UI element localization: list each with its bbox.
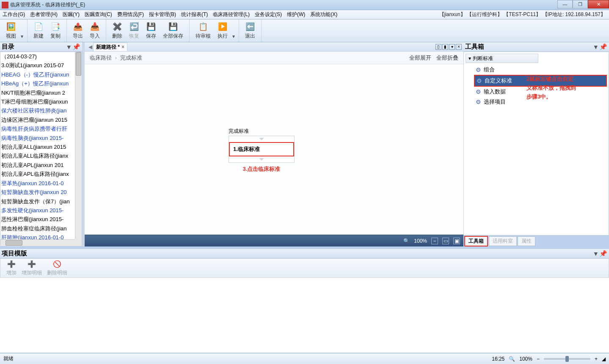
annotation-3: 3.点击临床标准	[229, 165, 295, 173]
template-canvas	[0, 278, 609, 352]
menu-item[interactable]: 报卡管理(B)	[146, 10, 179, 19]
minimize-button[interactable]: —	[557, 0, 573, 8]
tab-department[interactable]: 适用科室	[489, 236, 517, 246]
editor-tab[interactable]: 新建路径 * ×	[93, 43, 127, 51]
import-button[interactable]: 📥 导入	[86, 21, 103, 41]
panel-menu-icon[interactable]: ▾	[594, 250, 598, 257]
app-icon	[2, 2, 8, 8]
toolbox-item-label: 自定义标准	[485, 77, 512, 85]
menu-item[interactable]: 工作台(G)	[0, 10, 28, 19]
view-button[interactable]: 🖼️ 视图	[3, 21, 19, 41]
main-toolbar: 🖼️ 视图 ▾ 📄 新建 📑 复制 📤 导出 📥 导入 ✖️ 删除 ↩️	[0, 19, 609, 42]
collapse-all-link[interactable]: 全部折叠	[436, 55, 458, 61]
maximize-button[interactable]: ❐	[573, 0, 588, 8]
zoom-plus-icon[interactable]: +	[595, 356, 598, 362]
panel-pin-icon[interactable]: 📌	[72, 43, 80, 51]
pending-button[interactable]: 📋 待审核	[192, 21, 214, 41]
menu-item[interactable]: 临床路径管理(L)	[210, 10, 252, 19]
menu-item[interactable]: 系统功能(X)	[308, 10, 340, 19]
zoom-fit-button[interactable]: ▭	[442, 238, 449, 244]
exit-button[interactable]: ⬅️ 退出	[242, 21, 259, 41]
view-dropdown[interactable]: ▾	[19, 19, 25, 42]
gear-icon: ⚙	[476, 88, 481, 95]
menu-item[interactable]: 医嘱(Y)	[60, 10, 82, 19]
vertical-scrollbar[interactable]	[75, 52, 82, 239]
execute-dropdown[interactable]: ▾	[231, 19, 236, 42]
panel-pin-icon[interactable]: 📌	[599, 250, 607, 257]
directory-list-item[interactable]: 3.0测试1(jianxun 2015-07	[0, 61, 75, 70]
breadcrumb-item[interactable]: 完成标准	[120, 55, 142, 61]
editor-canvas[interactable]: 完成标准 1.临床标准 3.点击临床标准	[85, 64, 463, 235]
tab-properties[interactable]: 属性	[518, 236, 535, 246]
toolbox-body: ▾ 判断标准 ⚙组合⚙自定义标准⚙输入数据⚙选择项目 2鼠标左键点击自定 义标准…	[463, 52, 609, 235]
breadcrumb-item[interactable]: 临床路径	[90, 55, 112, 61]
zoom-out-button[interactable]: −	[431, 238, 438, 244]
directory-list-item[interactable]: HBeAg（+）慢乙肝(jianxun	[0, 79, 75, 88]
directory-list-item[interactable]: 短暂脑缺血发作（保7）(jian	[0, 197, 75, 206]
new-button[interactable]: 📄 新建	[30, 21, 47, 41]
toolbox-category[interactable]: ▾ 判断标准	[466, 54, 538, 63]
menu-item[interactable]: 医嘱查询(C)	[82, 10, 115, 19]
directory-list-item[interactable]: 病毒性肝炎病原携带者行肝	[0, 124, 75, 133]
panel-pin-icon[interactable]: 📌	[599, 43, 607, 51]
menu-item[interactable]: 业务设定(S)	[252, 10, 284, 19]
execute-button[interactable]: ▶️ 执行	[214, 21, 231, 41]
directory-list-item[interactable]: T淋巴母细胞淋巴瘤(jianxun	[0, 97, 75, 106]
zoom-slider[interactable]	[544, 358, 590, 360]
directory-list-item[interactable]: 初治儿童ALL临床路径(jianx	[0, 151, 75, 160]
directory-list-item[interactable]: 边缘区淋巴瘤(jianxun 2015	[0, 115, 75, 124]
zoom-search-icon[interactable]: 🔍	[509, 356, 515, 362]
delete-button[interactable]: ✖️ 删除	[109, 21, 126, 41]
directory-list-item[interactable]: HBEAG（-）慢乙肝(jianxun	[0, 70, 75, 79]
directory-list-item[interactable]: NK/T细胞淋巴瘤(jianxun 2	[0, 88, 75, 97]
tab-label: 新建路径 *	[96, 44, 120, 51]
menu-item[interactable]: 费用情况(F)	[115, 10, 146, 19]
menu-item[interactable]: 患者管理(H)	[28, 10, 60, 19]
delete-detail-button: 🚫 删除明细	[44, 260, 70, 276]
copy-icon: 📑	[50, 22, 61, 32]
add-detail-button: ➕ 增加明细	[19, 260, 44, 276]
tab-close-icon[interactable]: ×	[121, 44, 124, 50]
zoom-search-icon[interactable]: 🔍	[403, 238, 410, 244]
window-controls: — ❐ ✕	[557, 0, 609, 8]
directory-list-item[interactable]: 肝脓肿(jianxun 2016-01-0	[0, 233, 75, 239]
horizontal-scrollbar[interactable]	[0, 239, 75, 246]
save-button[interactable]: 💾 保存	[143, 21, 160, 41]
zoom-minus-icon[interactable]: −	[537, 356, 540, 362]
copy-button[interactable]: 📑 复制	[47, 21, 64, 41]
zoom-in-button[interactable]: ▣	[453, 238, 460, 244]
directory-list-item[interactable]: 病毒性脑炎(jianxun 2015-	[0, 134, 75, 142]
directory-list-item[interactable]: 保六楼社区获得性肺炎(jian	[0, 106, 75, 115]
tabbar-dropdown-icon[interactable]: ▾	[449, 44, 455, 50]
completion-title: 完成标准	[229, 127, 295, 136]
tab-prev-icon[interactable]: ◀	[87, 44, 93, 50]
panel-menu-icon[interactable]: ▾	[594, 43, 598, 51]
directory-list-item[interactable]: 初治儿童APL(jianxun 201	[0, 161, 75, 170]
status-zoom: 100%	[519, 356, 532, 362]
close-button[interactable]: ✕	[588, 0, 609, 8]
export-button[interactable]: 📤 导出	[69, 21, 86, 41]
tab-toolbox[interactable]: 工具箱	[464, 236, 488, 246]
tabbar-layout1-icon[interactable]: ▯	[435, 44, 441, 50]
menu-item[interactable]: 统计报表(T)	[179, 10, 210, 19]
directory-list-item[interactable]: 多发性硬化(jianxun 2015-	[0, 206, 75, 215]
template-panel: 项目模版 ▾ 📌 ➕ 增加 ➕ 增加明细 🚫 删除明细	[0, 249, 609, 353]
editor-tabbar: ◀ 新建路径 * × ▯ ▮ ▾ ×	[85, 42, 463, 52]
save-all-button[interactable]: 💾 全部保存	[160, 21, 187, 41]
menu-item[interactable]: 维护(W)	[284, 10, 308, 19]
directory-list-item[interactable]: 恶性淋巴瘤(jianxun 2015-	[0, 215, 75, 224]
tabbar-close-icon[interactable]: ×	[456, 44, 462, 50]
directory-list-item[interactable]: 初治儿童ALL(jianxun 2015	[0, 142, 75, 151]
directory-list-item[interactable]: 肺血栓栓塞症临床路径(jian	[0, 224, 75, 233]
directory-list-item[interactable]: 初治儿童APL临床路径(jianx	[0, 170, 75, 178]
toolbox-item-label: 选择项目	[484, 98, 506, 106]
directory-list-item[interactable]: 登革热(jianxun 2016-01-0	[0, 179, 75, 188]
tabbar-layout2-icon[interactable]: ▮	[442, 44, 448, 50]
directory-list-item[interactable]: （2014-03-27)	[0, 52, 75, 61]
panel-menu-icon[interactable]: ▾	[67, 43, 71, 51]
clinical-standard-item[interactable]: 1.临床标准	[229, 142, 294, 156]
body: 目录 ▾ 📌 （2014-03-27)3.0测试1(jianxun 2015-0…	[0, 42, 609, 353]
expand-all-link[interactable]: 全部展开	[409, 55, 431, 61]
toolbox-item[interactable]: ⚙组合	[474, 65, 607, 75]
directory-list-item[interactable]: 短暂脑缺血发作(jianxun 20	[0, 188, 75, 197]
